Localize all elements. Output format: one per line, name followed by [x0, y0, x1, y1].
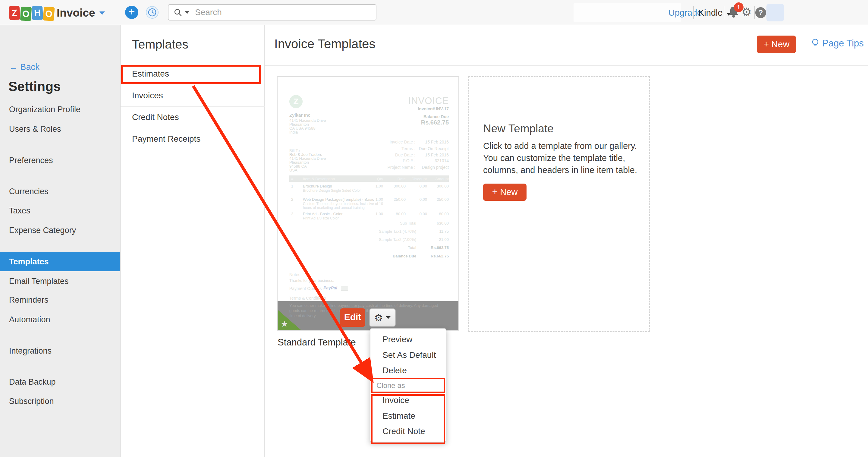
templates-tab-credit-notes[interactable]: Credit Notes	[121, 107, 264, 127]
plus-icon: +	[492, 186, 498, 197]
trial-info-area	[574, 3, 681, 22]
chevron-down-icon	[386, 316, 391, 319]
annotation-box-clone-options	[371, 394, 445, 444]
preview-meta-value: 15 Feb 2016	[389, 140, 449, 144]
org-dropdown[interactable]: Kindle	[698, 8, 731, 18]
settings-gear-icon[interactable]: ⚙	[741, 5, 752, 19]
preview-col-header: Discount	[406, 177, 427, 181]
divider	[724, 6, 724, 19]
top-bar: Z O H O Invoice + . Upgrade Kindle	[0, 0, 868, 25]
recent-history-icon[interactable]	[146, 6, 158, 19]
upgrade-link[interactable]: Upgrade	[669, 8, 702, 18]
preview-bill-to-line: USA	[289, 168, 298, 173]
preview-col-header: #	[291, 177, 293, 181]
product-name[interactable]: Invoice	[57, 7, 95, 19]
preview-row-desc: Brochure Design Single Sided Color	[303, 188, 361, 193]
templates-panel: Templates Estimates Invoices Credit Note…	[121, 25, 265, 457]
preview-row-qty: 1.00	[365, 197, 383, 202]
preview-row-rate: 80.00	[388, 212, 406, 216]
card-icon	[341, 286, 348, 291]
preview-total-value: 11.75	[398, 229, 449, 234]
new-template-card-button[interactable]: +New	[483, 184, 527, 201]
preview-row-num: 1	[291, 184, 293, 188]
preview-terms-text: You can either make online payment or pa…	[289, 303, 446, 318]
global-search[interactable]	[168, 4, 376, 21]
divider	[754, 6, 755, 19]
annotation-box-clone-as	[371, 378, 445, 393]
preview-balance-due-value: Rs.662.75	[389, 119, 449, 126]
sidebar-item-data-backup[interactable]: Data Backup	[0, 372, 120, 392]
preview-total-value: 21.00	[398, 237, 449, 242]
back-link[interactable]: ← Back	[9, 62, 40, 72]
sidebar-item-expense-category[interactable]: Expense Category	[0, 221, 120, 240]
preview-terms-line: time of delivery.	[289, 313, 446, 318]
preview-terms-label: Terms & Conditions	[289, 296, 326, 301]
sidebar-item-email-templates[interactable]: Email Templates	[0, 272, 120, 291]
templates-tab-invoices[interactable]: Invoices	[121, 85, 264, 106]
templates-tab-payment-receipts[interactable]: Payment Receipts	[121, 129, 264, 149]
sidebar-item-users-roles[interactable]: Users & Roles	[0, 119, 120, 139]
sidebar-item-currencies[interactable]: Currencies	[0, 182, 120, 201]
menu-item-set-as-default[interactable]: Set As Default	[370, 347, 446, 363]
preview-row-qty: 1.00	[365, 184, 383, 188]
page-title: Invoice Templates	[274, 37, 375, 51]
new-template-desc: Click to add a template from our gallery…	[483, 141, 637, 151]
quick-create-button[interactable]: +	[125, 6, 138, 19]
template-card-standard[interactable]: Z INVOICE Invoice# INV-17 Zylkar Inc 414…	[277, 76, 459, 331]
preview-table-header: # Item & Description Qty Rate Discount A…	[289, 176, 449, 182]
sidebar-item-integrations[interactable]: Integrations	[0, 341, 120, 361]
preview-meta-value: 15 Feb 2016	[389, 153, 449, 157]
new-template-desc: You can customize the template title,	[483, 153, 625, 163]
preview-notes-label: Notes	[289, 272, 301, 277]
search-icon	[173, 8, 182, 17]
preview-meta-value: Due On Receipt	[389, 146, 449, 151]
new-button-label: New	[500, 187, 518, 197]
preview-row-desc: Print Ad 1/8 size Color	[303, 216, 339, 220]
search-scope-caret-icon[interactable]	[185, 11, 190, 14]
preview-meta-value: 321014	[389, 158, 449, 163]
back-arrow-icon: ←	[9, 62, 18, 72]
sidebar-item-subscription[interactable]: Subscription	[0, 392, 120, 411]
search-input[interactable]	[195, 7, 352, 17]
sidebar-item-preferences[interactable]: Preferences	[0, 151, 120, 170]
menu-item-preview[interactable]: Preview	[370, 332, 446, 347]
preview-meta-value: Design project	[389, 165, 449, 170]
preview-balance-due-label: Balance Due	[389, 114, 449, 119]
product-switcher-caret-icon[interactable]	[99, 11, 105, 15]
preview-row-name: Web Design Packages(Template) - Basic	[303, 197, 374, 202]
preview-col-header: Amount	[428, 177, 449, 181]
sidebar-item-reminders[interactable]: Reminders	[0, 290, 120, 310]
preview-total-value: 630.00	[398, 221, 449, 225]
new-template-title: New Template	[483, 122, 554, 135]
avatar[interactable]	[767, 4, 784, 22]
sidebar-item-automation[interactable]: Automation	[0, 310, 120, 329]
preview-row-discount: 0.00	[406, 197, 427, 202]
sidebar-item-organization-profile[interactable]: Organization Profile	[0, 100, 120, 119]
preview-row-rate: 300.00	[388, 184, 406, 188]
menu-item-delete[interactable]: Delete	[370, 363, 446, 378]
preview-row-rate: 250.00	[388, 197, 406, 202]
preview-payment-label: Payment Options	[289, 286, 321, 291]
new-template-button[interactable]: +New	[757, 36, 796, 53]
page-tips-label: Page Tips	[822, 38, 864, 49]
plus-icon: +	[764, 38, 769, 50]
preview-row-num: 2	[291, 197, 293, 202]
sidebar-item-taxes[interactable]: Taxes	[0, 201, 120, 220]
notifications-button[interactable]: 1	[727, 5, 741, 21]
back-label: Back	[20, 62, 39, 72]
org-name: Kindle	[698, 8, 723, 18]
edit-template-button[interactable]: Edit	[340, 308, 365, 327]
template-options-button[interactable]: ⚙	[369, 308, 396, 327]
help-button[interactable]: ?	[755, 7, 766, 18]
preview-row-amount: 250.00	[428, 197, 449, 202]
sidebar-item-templates[interactable]: Templates	[0, 252, 120, 271]
preview-doc-title: INVOICE	[358, 96, 449, 106]
page-tips-link[interactable]: Page Tips	[811, 38, 864, 49]
zoho-logo[interactable]: Z O H O	[9, 5, 55, 21]
preview-row-amount: 80.00	[428, 212, 449, 216]
new-template-desc: columns, and headers in line item table.	[483, 165, 637, 175]
preview-logo: Z	[289, 95, 303, 108]
divider	[265, 65, 868, 66]
zoho-logo-letter: O	[20, 7, 32, 21]
new-template-card[interactable]: New Template Click to add a template fro…	[468, 76, 650, 332]
